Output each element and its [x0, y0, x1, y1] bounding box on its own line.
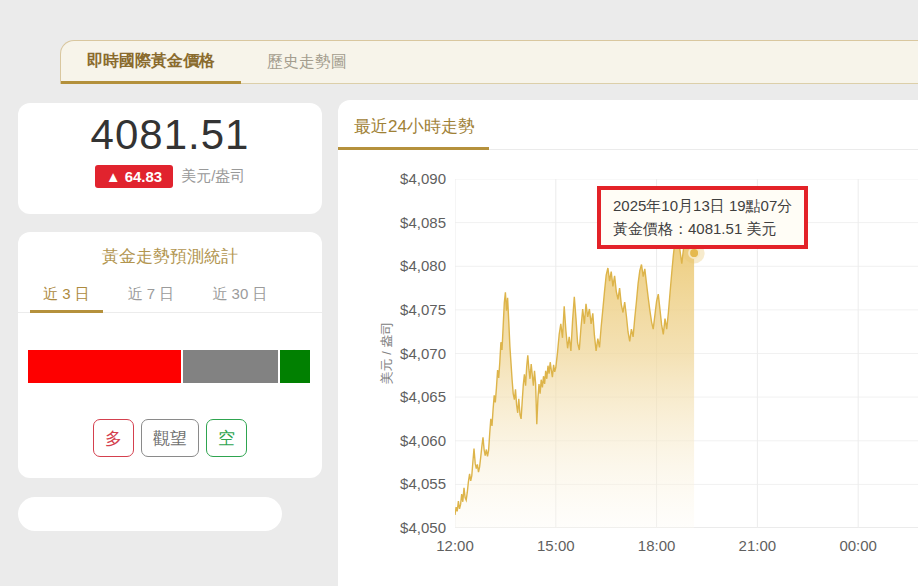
tab-history-chart[interactable]: 歷史走勢圖	[241, 41, 373, 83]
sentiment-segment-bullish	[28, 350, 181, 383]
x-tick-label: 15:00	[537, 537, 575, 554]
tab-last-30-days[interactable]: 近 30 日	[199, 276, 280, 313]
x-axis-tick-labels: 12:0015:0018:0021:0000:00	[455, 537, 918, 557]
x-tick-label: 12:00	[436, 537, 474, 554]
tooltip-price: 黃金價格：4081.51 美元	[613, 218, 792, 241]
tooltip-datetime: 2025年10月13日 19點07分	[613, 195, 792, 218]
sentiment-segment-neutral	[183, 350, 278, 383]
chart-panel: 最近24小時走勢 美元 / 盎司 $4,090$4,085$4,080$4,07…	[338, 100, 918, 586]
prediction-card: 黃金走勢預測統計 近 3 日 近 7 日 近 30 日 多 觀望 空	[18, 232, 322, 478]
y-tick-label: $4,050	[338, 519, 446, 536]
y-tick-label: $4,075	[338, 301, 446, 318]
empty-pill-placeholder	[18, 497, 282, 531]
price-card: 4081.51 ▲ 64.83 美元/盎司	[18, 103, 322, 214]
vote-buttons: 多 觀望 空	[18, 419, 322, 457]
y-tick-label: $4,090	[338, 170, 446, 187]
chart-tooltip: 2025年10月13日 19點07分 黃金價格：4081.51 美元	[597, 186, 808, 249]
page: 即時國際黃金價格 歷史走勢圖 4081.51 ▲ 64.83 美元/盎司 黃金走…	[0, 0, 918, 586]
x-tick-label: 00:00	[839, 537, 877, 554]
y-tick-label: $4,065	[338, 388, 446, 405]
chart-title-tab[interactable]: 最近24小時走勢	[338, 100, 489, 150]
tab-realtime-gold-price[interactable]: 即時國際黃金價格	[61, 41, 241, 84]
y-axis-tick-labels: $4,090$4,085$4,080$4,075$4,070$4,065$4,0…	[338, 179, 446, 528]
sentiment-segment-bearish	[280, 350, 310, 383]
vote-long-button[interactable]: 多	[93, 419, 134, 457]
tab-last-7-days[interactable]: 近 7 日	[115, 276, 188, 313]
y-tick-label: $4,070	[338, 345, 446, 362]
vote-watch-button[interactable]: 觀望	[141, 419, 199, 457]
y-tick-label: $4,085	[338, 214, 446, 231]
x-tick-label: 21:00	[739, 537, 777, 554]
price-change-badge: ▲ 64.83	[95, 165, 174, 188]
main-tab-bar: 即時國際黃金價格 歷史走勢圖	[60, 40, 918, 84]
prediction-title: 黃金走勢預測統計	[18, 245, 322, 268]
x-tick-label: 18:00	[638, 537, 676, 554]
price-unit-label: 美元/盎司	[181, 167, 245, 186]
tab-last-3-days[interactable]: 近 3 日	[30, 276, 103, 313]
current-price: 4081.51	[18, 111, 322, 159]
last-point-marker	[689, 248, 699, 258]
prediction-tab-bar: 近 3 日 近 7 日 近 30 日	[18, 276, 322, 313]
y-tick-label: $4,055	[338, 475, 446, 492]
sentiment-stacked-bar	[28, 350, 310, 383]
y-tick-label: $4,060	[338, 432, 446, 449]
vote-short-button[interactable]: 空	[206, 419, 247, 457]
chart-panel-header: 最近24小時走勢	[338, 100, 918, 150]
y-tick-label: $4,080	[338, 257, 446, 274]
